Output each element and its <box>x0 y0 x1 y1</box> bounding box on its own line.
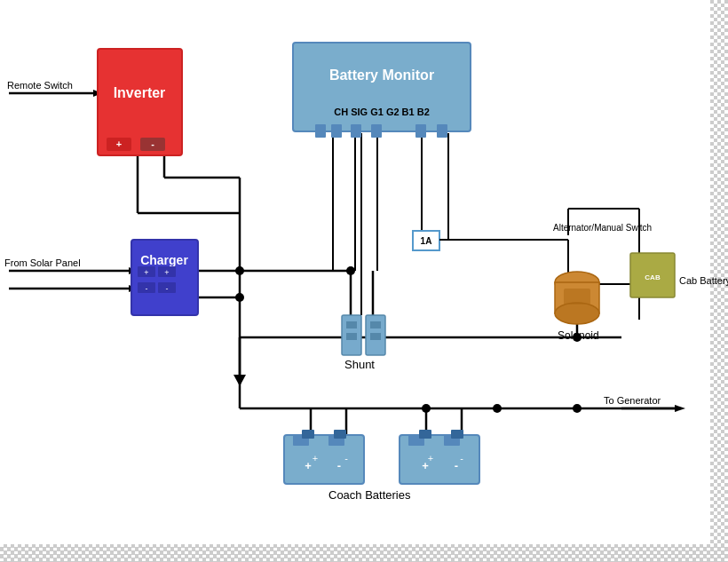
monitor-terminals: CH SIG G1 G2 B1 B2 <box>334 107 430 117</box>
svg-point-21 <box>235 293 244 302</box>
svg-text:CAB: CAB <box>645 273 661 281</box>
svg-point-41 <box>493 404 502 413</box>
svg-point-84 <box>555 303 599 324</box>
svg-text:+: + <box>144 268 148 277</box>
svg-rect-85 <box>564 289 590 305</box>
coach-batteries-label: Coach Batteries <box>328 488 411 502</box>
svg-rect-78 <box>346 321 357 328</box>
svg-point-107 <box>573 404 582 413</box>
svg-rect-75 <box>437 124 447 138</box>
svg-text:+: + <box>422 459 429 472</box>
wiring-diagram: 1A <box>0 0 728 562</box>
solar-panel-label: From Solar Panel <box>4 257 81 268</box>
svg-text:-: - <box>146 284 148 293</box>
svg-text:-: - <box>455 459 458 472</box>
svg-text:-: - <box>344 453 348 463</box>
svg-text:-: - <box>151 139 154 149</box>
svg-rect-71 <box>331 124 342 138</box>
svg-point-106 <box>346 266 355 275</box>
svg-rect-80 <box>346 333 357 340</box>
battery-monitor-label: Battery Monitor <box>329 67 434 83</box>
svg-rect-99 <box>334 430 346 439</box>
svg-rect-101 <box>451 430 463 439</box>
charger-label: Charger <box>140 253 188 267</box>
svg-rect-74 <box>415 124 426 138</box>
svg-text:-: - <box>166 284 169 293</box>
svg-rect-60 <box>131 240 198 315</box>
svg-rect-79 <box>370 321 381 328</box>
svg-rect-73 <box>371 124 382 138</box>
svg-text:+: + <box>164 268 169 277</box>
svg-text:+: + <box>116 139 122 149</box>
svg-rect-6 <box>0 544 728 562</box>
svg-rect-100 <box>419 430 431 439</box>
inverter-label: Inverter <box>114 85 166 100</box>
generator-label: To Generator <box>604 395 661 406</box>
cab-battery-label: Cab Battery <box>679 275 728 286</box>
svg-text:-: - <box>337 459 341 472</box>
shunt-label: Shunt <box>344 358 375 371</box>
alternator-switch-label: Alternator/Manual Switch <box>553 223 652 233</box>
svg-text:+: + <box>313 453 318 463</box>
svg-text:1A: 1A <box>421 236 432 246</box>
svg-text:-: - <box>460 453 463 463</box>
svg-rect-72 <box>351 124 361 138</box>
remote-switch-label: Remote Switch <box>7 80 73 91</box>
svg-rect-81 <box>370 333 381 340</box>
svg-rect-69 <box>293 43 471 131</box>
svg-rect-70 <box>315 124 326 138</box>
solenoid-label: Solenoid <box>558 329 599 342</box>
svg-text:+: + <box>305 459 312 472</box>
svg-rect-98 <box>302 430 314 439</box>
